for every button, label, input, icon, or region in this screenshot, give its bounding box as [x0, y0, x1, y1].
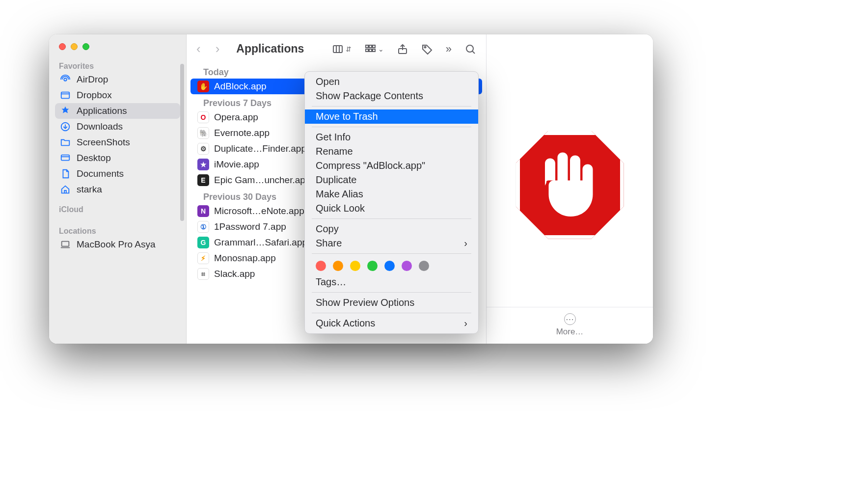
- monosnap-icon: ⚡︎: [197, 252, 209, 264]
- ctx-share[interactable]: Share›: [305, 236, 478, 250]
- share-button[interactable]: [397, 43, 408, 55]
- folder-icon: [60, 137, 71, 148]
- ctx-get-info[interactable]: Get Info: [305, 130, 478, 144]
- minimize-window-button[interactable]: [71, 43, 78, 50]
- ctx-separator: [312, 313, 471, 313]
- ctx-open[interactable]: Open: [305, 75, 478, 89]
- sidebar-item-label: MacBook Pro Asya: [77, 239, 156, 250]
- grammarly-icon: G: [197, 237, 209, 248]
- ctx-separator: [312, 106, 471, 107]
- sidebar-item-home[interactable]: starka: [55, 182, 180, 197]
- tag-green[interactable]: [367, 261, 378, 271]
- sidebar-item-label: Applications: [77, 106, 127, 116]
- group-by-button[interactable]: ⌄: [364, 43, 384, 55]
- sidebar-item-dropbox[interactable]: Dropbox: [55, 87, 180, 103]
- svg-point-0: [64, 78, 67, 81]
- airdrop-icon: [60, 74, 71, 85]
- ctx-quick-actions[interactable]: Quick Actions›: [305, 316, 478, 330]
- sidebar-item-label: AirDrop: [77, 74, 108, 85]
- ctx-tags[interactable]: Tags…: [305, 275, 478, 289]
- file-name: Opera.app: [214, 112, 258, 123]
- hand-icon: [533, 147, 607, 223]
- ctx-move-to-trash[interactable]: Move to Trash: [305, 109, 478, 124]
- evernote-icon: 🐘: [197, 127, 209, 139]
- close-window-button[interactable]: [59, 43, 66, 50]
- svg-rect-9: [366, 49, 368, 52]
- tag-gray[interactable]: [419, 261, 429, 271]
- overflow-button[interactable]: »: [446, 43, 452, 55]
- file-name: iMovie.app: [214, 159, 259, 170]
- sidebar-item-desktop[interactable]: Desktop: [55, 150, 180, 166]
- preview-more[interactable]: ⋯ More…: [487, 307, 653, 344]
- chevron-right-icon: ›: [464, 238, 467, 249]
- sidebar-item-downloads[interactable]: Downloads: [55, 119, 180, 135]
- ctx-preview-options[interactable]: Show Preview Options: [305, 296, 478, 310]
- sidebar-scrollbar[interactable]: [180, 64, 184, 221]
- sidebar: Favorites AirDrop Dropbox Applications D…: [49, 34, 187, 344]
- view-mode-columns-button[interactable]: ⇵: [332, 43, 352, 55]
- svg-rect-8: [373, 45, 375, 48]
- epic-games-icon: E: [197, 174, 209, 186]
- file-name: Microsoft…eNote.app: [214, 206, 304, 217]
- sidebar-item-applications[interactable]: Applications: [55, 103, 180, 119]
- svg-point-14: [466, 45, 473, 52]
- ctx-duplicate[interactable]: Duplicate: [305, 173, 478, 187]
- ctx-separator: [312, 127, 471, 127]
- svg-rect-7: [369, 45, 372, 48]
- sidebar-item-this-mac[interactable]: MacBook Pro Asya: [55, 237, 180, 252]
- 1password-icon: ①: [197, 221, 209, 233]
- ctx-tag-colors: [305, 257, 478, 275]
- svg-rect-1: [61, 92, 70, 99]
- tags-button[interactable]: [421, 43, 433, 55]
- file-name: AdBlock.app: [214, 81, 267, 92]
- svg-rect-11: [373, 49, 375, 52]
- box-icon: [60, 90, 71, 101]
- tag-orange[interactable]: [333, 261, 343, 271]
- ctx-copy[interactable]: Copy: [305, 222, 478, 236]
- search-button[interactable]: [464, 43, 476, 55]
- toolbar: ‹ › Applications ⇵ ⌄: [187, 34, 486, 63]
- tag-red[interactable]: [316, 261, 326, 271]
- opera-icon: O: [197, 111, 209, 123]
- toolbar-right: ⇵ ⌄ »: [332, 43, 476, 55]
- file-name: Duplicate…Finder.app: [214, 143, 306, 154]
- ctx-make-alias[interactable]: Make Alias: [305, 187, 478, 201]
- sidebar-item-label: Desktop: [77, 153, 111, 163]
- file-name: 1Password 7.app: [214, 221, 286, 232]
- laptop-icon: [60, 239, 71, 250]
- ctx-show-package[interactable]: Show Package Contents: [305, 89, 478, 103]
- window-controls: [49, 43, 186, 59]
- sidebar-item-airdrop[interactable]: AirDrop: [55, 72, 180, 87]
- svg-rect-3: [61, 155, 70, 161]
- sidebar-item-documents[interactable]: Documents: [55, 166, 180, 182]
- ctx-separator: [312, 292, 471, 293]
- tag-blue[interactable]: [384, 261, 395, 271]
- ctx-quick-look[interactable]: Quick Look: [305, 201, 478, 216]
- document-icon: [60, 168, 71, 179]
- tag-yellow[interactable]: [350, 261, 360, 271]
- back-button[interactable]: ‹: [193, 41, 204, 56]
- file-name: Epic Gam…uncher.app: [214, 175, 310, 186]
- svg-point-13: [424, 46, 426, 48]
- chevron-down-icon: ⌄: [378, 45, 384, 53]
- adblock-preview-icon: [516, 131, 624, 239]
- file-name: Monosnap.app: [214, 253, 276, 264]
- sidebar-item-label: Documents: [77, 168, 124, 179]
- sidebar-item-label: starka: [77, 184, 102, 195]
- ctx-rename[interactable]: Rename: [305, 144, 478, 159]
- ctx-compress[interactable]: Compress "AdBlock.app": [305, 159, 478, 173]
- updown-chevron-icon: ⇵: [346, 45, 352, 53]
- adblock-icon: ✋: [197, 81, 209, 92]
- window-title: Applications: [236, 42, 304, 55]
- duplicatefinder-icon: ⚙︎: [197, 143, 209, 155]
- zoom-window-button[interactable]: [82, 43, 89, 50]
- applications-icon: [60, 106, 71, 116]
- tag-purple[interactable]: [402, 261, 412, 271]
- forward-button[interactable]: ›: [213, 41, 223, 56]
- sidebar-item-screenshots[interactable]: ScreenShots: [55, 135, 180, 150]
- svg-rect-10: [369, 49, 372, 52]
- file-name: Slack.app: [214, 269, 255, 279]
- more-label: More…: [556, 327, 584, 337]
- file-name: Evernote.app: [214, 128, 270, 138]
- svg-rect-4: [62, 242, 69, 246]
